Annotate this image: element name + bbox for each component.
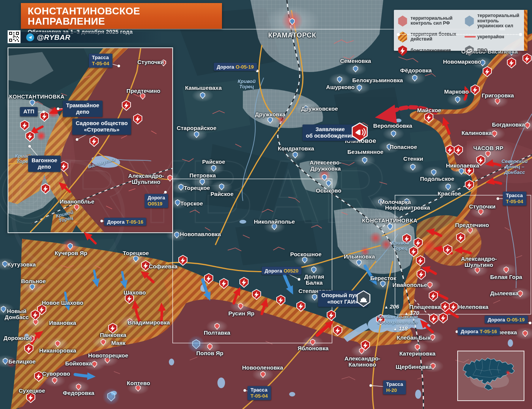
road-tag-code: О0520 [283, 268, 298, 274]
road-tag-code: Т-05-04 [92, 61, 109, 67]
settlement-label: Райское [211, 191, 234, 197]
water-label: Клебан-БыкскоеВодохранилище [378, 314, 418, 325]
legend-label: боестолкновения [411, 48, 451, 53]
clash-icon [89, 136, 99, 147]
clash-icon [416, 269, 426, 280]
settlement-label: Новоторецкое [88, 353, 128, 359]
clash-icon [252, 289, 261, 300]
settlement-label: ЧАСОВ ЯР [473, 146, 503, 152]
road-tag-code: Т-05-04 [506, 199, 523, 205]
settlement-marker-ua [380, 281, 386, 287]
road-tag-code: Т-05-04 [250, 393, 268, 399]
settlement-label: Александро-Шультино [128, 173, 164, 185]
callout-box: Трамвайноедепо [63, 101, 102, 117]
telegram-handle[interactable]: @RYBAR [37, 33, 71, 42]
settlement-label: Богдановка [492, 122, 525, 128]
settlement-marker-ua [362, 157, 368, 164]
road-tag: ТрассаТ-05-04 [503, 191, 526, 205]
road-tag-prefix: Трасса [386, 381, 403, 387]
clash-icon [239, 277, 249, 288]
settlement-marker-ua [194, 131, 200, 138]
settlement-marker-rf [55, 340, 61, 347]
settlement-marker-ua [175, 199, 181, 206]
qr-code[interactable] [8, 30, 20, 43]
settlement-label: Новое Шахово [42, 300, 83, 306]
clash-icon [453, 144, 463, 156]
water-label: КривойТорец [391, 240, 409, 251]
settlement-label: Старорайское [177, 125, 217, 131]
settlement-label: Иванополье [60, 199, 94, 205]
road-tag: ДорогаО0520 [262, 267, 302, 275]
elevation-marker: ▲206 [384, 303, 399, 310]
settlement-marker-ua [353, 66, 359, 72]
road-tag: ТрассаТ-05-04 [89, 53, 112, 67]
settlement-marker-rf [427, 282, 433, 288]
settlement-label: Новопавловка [180, 231, 221, 237]
settlement-label: ДолгаяБалка [304, 274, 324, 286]
settlement-label: Майское [417, 107, 441, 113]
settlement-marker-ua [326, 180, 332, 187]
settlement-marker-rf [430, 334, 436, 341]
settlement-label: Дорожное [3, 335, 32, 341]
rf-control-hex-icon [398, 16, 408, 27]
road-tag-code: О-05-19 [236, 64, 254, 70]
settlement-label: КОНСТАНТИНОВКА [362, 218, 417, 224]
settlement-marker-ua [445, 183, 451, 190]
settlement-label: Бойковка [65, 360, 92, 367]
settlement-label: Никаноровка [39, 348, 76, 354]
settlement-marker-ua [455, 96, 461, 103]
callout-box: Вагонноедепо [28, 156, 61, 172]
settlement-marker-ua [357, 85, 362, 91]
settlement-label: Федоровка [63, 390, 94, 396]
settlement-marker-ua [30, 99, 35, 106]
water-label: КривойТорец [238, 79, 255, 90]
settlement-marker-ua [219, 183, 225, 190]
settlement-label: Ашурково [326, 84, 354, 90]
road-tag-dot [164, 191, 167, 194]
legend-label: территория боевых действий [411, 32, 463, 42]
road-tag-code: О0519 [148, 201, 165, 207]
clash-icon [522, 53, 532, 64]
settlement-marker-ua [431, 169, 437, 176]
ukraine-map [458, 351, 524, 400]
settlement-label: Марково [444, 89, 469, 95]
settlement-label: Новооленовка [242, 365, 283, 371]
settlement-label: Кутузовка [8, 262, 36, 268]
clash-icon [424, 112, 434, 123]
clash-icon [429, 313, 439, 324]
settlement-marker-ua [133, 255, 139, 262]
road-tag-dot [529, 322, 532, 324]
settlement-marker-rf [260, 371, 266, 378]
settlement-marker-ua [302, 257, 308, 263]
clash-icon [20, 120, 30, 131]
settlement-label: Стенки [403, 156, 423, 162]
settlement-marker-ua [200, 92, 206, 99]
legend-item-rf-control: территориальный контроль сил РФ [398, 13, 463, 29]
settlement-label: КОНСТАНТИНОВКА [9, 94, 65, 100]
settlement-label: НовыйДонбасс [5, 308, 28, 320]
settlement-marker-ua [211, 165, 217, 172]
settlement-label: Белокузьминовка [352, 77, 403, 83]
road-tag: ТрассаТ-05-04 [247, 386, 271, 400]
road-tag-dot [244, 389, 246, 392]
clash-icon [507, 57, 516, 69]
fortline-icon [464, 36, 476, 38]
legend-label: ПВО [477, 48, 488, 53]
settlement-label: Предтечино [126, 88, 160, 94]
settlement-marker-rf [74, 204, 80, 211]
settlement-label: Дружковское [301, 106, 338, 112]
road-tag-prefix: Дорога [265, 268, 282, 274]
settlement-label: Райское [202, 159, 225, 165]
clash-icon [456, 232, 466, 243]
callout-dot [57, 108, 60, 110]
settlement-marker-rf [52, 377, 58, 384]
clash-hex-icon [398, 45, 408, 56]
settlement-label: Торецкое [184, 185, 210, 191]
road-tag-dot [497, 197, 499, 200]
settlement-label: Дылеевка [490, 290, 519, 296]
settlement-label: Веролюбовка [373, 123, 412, 129]
settlement-label: Суворово [42, 371, 70, 377]
settlement-label: Красное [438, 191, 461, 197]
legend-item-combat-zone: территория боевых действий [398, 31, 463, 42]
road-tag-dot [370, 384, 372, 387]
